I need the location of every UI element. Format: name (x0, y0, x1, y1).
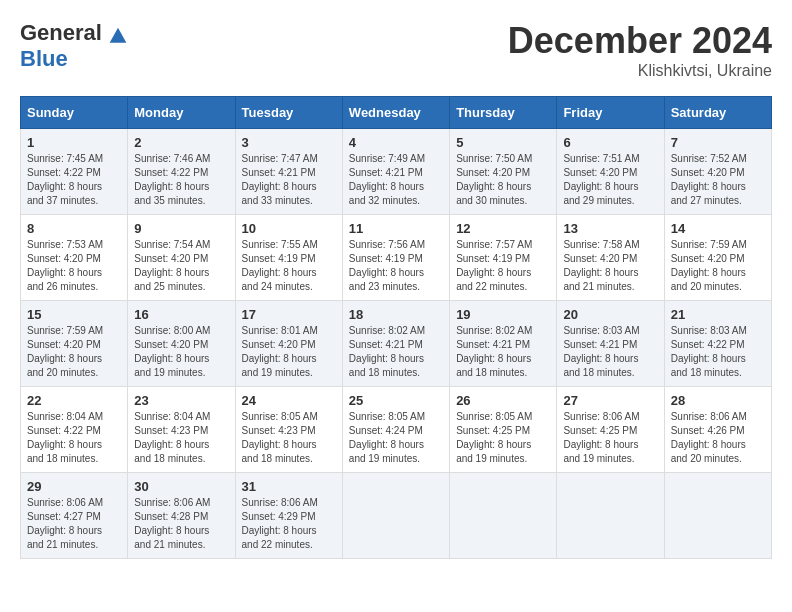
day-info: Sunrise: 8:06 AMSunset: 4:26 PMDaylight:… (671, 411, 747, 464)
logo-icon (108, 26, 128, 46)
calendar-header-row: Sunday Monday Tuesday Wednesday Thursday… (21, 97, 772, 129)
calendar-week-row: 15Sunrise: 7:59 AMSunset: 4:20 PMDayligh… (21, 301, 772, 387)
table-row: 26Sunrise: 8:05 AMSunset: 4:25 PMDayligh… (450, 387, 557, 473)
day-info: Sunrise: 8:01 AMSunset: 4:20 PMDaylight:… (242, 325, 318, 378)
table-row: 21Sunrise: 8:03 AMSunset: 4:22 PMDayligh… (664, 301, 771, 387)
table-row: 9Sunrise: 7:54 AMSunset: 4:20 PMDaylight… (128, 215, 235, 301)
day-info: Sunrise: 8:06 AMSunset: 4:25 PMDaylight:… (563, 411, 639, 464)
col-thursday: Thursday (450, 97, 557, 129)
logo-general-text: General (20, 20, 128, 46)
table-row: 19Sunrise: 8:02 AMSunset: 4:21 PMDayligh… (450, 301, 557, 387)
table-row: 12Sunrise: 7:57 AMSunset: 4:19 PMDayligh… (450, 215, 557, 301)
table-row: 28Sunrise: 8:06 AMSunset: 4:26 PMDayligh… (664, 387, 771, 473)
day-info: Sunrise: 8:06 AMSunset: 4:27 PMDaylight:… (27, 497, 103, 550)
col-friday: Friday (557, 97, 664, 129)
day-number: 9 (134, 221, 228, 236)
table-row: 17Sunrise: 8:01 AMSunset: 4:20 PMDayligh… (235, 301, 342, 387)
day-info: Sunrise: 7:53 AMSunset: 4:20 PMDaylight:… (27, 239, 103, 292)
table-row: 1Sunrise: 7:45 AMSunset: 4:22 PMDaylight… (21, 129, 128, 215)
day-info: Sunrise: 8:04 AMSunset: 4:23 PMDaylight:… (134, 411, 210, 464)
day-number: 30 (134, 479, 228, 494)
day-number: 18 (349, 307, 443, 322)
day-info: Sunrise: 7:50 AMSunset: 4:20 PMDaylight:… (456, 153, 532, 206)
day-info: Sunrise: 8:03 AMSunset: 4:22 PMDaylight:… (671, 325, 747, 378)
table-row: 30Sunrise: 8:06 AMSunset: 4:28 PMDayligh… (128, 473, 235, 559)
day-number: 13 (563, 221, 657, 236)
day-number: 21 (671, 307, 765, 322)
day-number: 24 (242, 393, 336, 408)
day-info: Sunrise: 7:45 AMSunset: 4:22 PMDaylight:… (27, 153, 103, 206)
day-number: 27 (563, 393, 657, 408)
table-row: 15Sunrise: 7:59 AMSunset: 4:20 PMDayligh… (21, 301, 128, 387)
day-number: 26 (456, 393, 550, 408)
day-number: 8 (27, 221, 121, 236)
day-info: Sunrise: 8:02 AMSunset: 4:21 PMDaylight:… (349, 325, 425, 378)
day-info: Sunrise: 8:05 AMSunset: 4:24 PMDaylight:… (349, 411, 425, 464)
day-number: 12 (456, 221, 550, 236)
day-info: Sunrise: 7:59 AMSunset: 4:20 PMDaylight:… (27, 325, 103, 378)
day-number: 4 (349, 135, 443, 150)
table-row: 23Sunrise: 8:04 AMSunset: 4:23 PMDayligh… (128, 387, 235, 473)
day-info: Sunrise: 7:58 AMSunset: 4:20 PMDaylight:… (563, 239, 639, 292)
day-info: Sunrise: 7:52 AMSunset: 4:20 PMDaylight:… (671, 153, 747, 206)
table-row: 16Sunrise: 8:00 AMSunset: 4:20 PMDayligh… (128, 301, 235, 387)
table-row: 29Sunrise: 8:06 AMSunset: 4:27 PMDayligh… (21, 473, 128, 559)
table-row: 7Sunrise: 7:52 AMSunset: 4:20 PMDaylight… (664, 129, 771, 215)
day-info: Sunrise: 8:00 AMSunset: 4:20 PMDaylight:… (134, 325, 210, 378)
day-info: Sunrise: 8:04 AMSunset: 4:22 PMDaylight:… (27, 411, 103, 464)
table-row: 5Sunrise: 7:50 AMSunset: 4:20 PMDaylight… (450, 129, 557, 215)
table-row (342, 473, 449, 559)
day-info: Sunrise: 8:06 AMSunset: 4:28 PMDaylight:… (134, 497, 210, 550)
day-info: Sunrise: 7:54 AMSunset: 4:20 PMDaylight:… (134, 239, 210, 292)
table-row (450, 473, 557, 559)
day-number: 15 (27, 307, 121, 322)
title-section: December 2024 Klishkivtsi, Ukraine (508, 20, 772, 80)
day-info: Sunrise: 7:51 AMSunset: 4:20 PMDaylight:… (563, 153, 639, 206)
subtitle: Klishkivtsi, Ukraine (508, 62, 772, 80)
table-row: 3Sunrise: 7:47 AMSunset: 4:21 PMDaylight… (235, 129, 342, 215)
page-header: General Blue December 2024 Klishkivtsi, … (20, 20, 772, 80)
table-row (557, 473, 664, 559)
col-sunday: Sunday (21, 97, 128, 129)
day-info: Sunrise: 8:02 AMSunset: 4:21 PMDaylight:… (456, 325, 532, 378)
day-info: Sunrise: 7:57 AMSunset: 4:19 PMDaylight:… (456, 239, 532, 292)
table-row: 14Sunrise: 7:59 AMSunset: 4:20 PMDayligh… (664, 215, 771, 301)
day-number: 7 (671, 135, 765, 150)
day-number: 16 (134, 307, 228, 322)
day-number: 10 (242, 221, 336, 236)
day-number: 6 (563, 135, 657, 150)
col-wednesday: Wednesday (342, 97, 449, 129)
table-row: 20Sunrise: 8:03 AMSunset: 4:21 PMDayligh… (557, 301, 664, 387)
table-row: 18Sunrise: 8:02 AMSunset: 4:21 PMDayligh… (342, 301, 449, 387)
day-number: 19 (456, 307, 550, 322)
day-info: Sunrise: 7:55 AMSunset: 4:19 PMDaylight:… (242, 239, 318, 292)
day-info: Sunrise: 7:47 AMSunset: 4:21 PMDaylight:… (242, 153, 318, 206)
day-number: 28 (671, 393, 765, 408)
day-info: Sunrise: 8:05 AMSunset: 4:23 PMDaylight:… (242, 411, 318, 464)
day-number: 22 (27, 393, 121, 408)
day-info: Sunrise: 7:56 AMSunset: 4:19 PMDaylight:… (349, 239, 425, 292)
day-info: Sunrise: 7:46 AMSunset: 4:22 PMDaylight:… (134, 153, 210, 206)
calendar-week-row: 29Sunrise: 8:06 AMSunset: 4:27 PMDayligh… (21, 473, 772, 559)
main-title: December 2024 (508, 20, 772, 62)
calendar-week-row: 1Sunrise: 7:45 AMSunset: 4:22 PMDaylight… (21, 129, 772, 215)
table-row: 27Sunrise: 8:06 AMSunset: 4:25 PMDayligh… (557, 387, 664, 473)
day-number: 3 (242, 135, 336, 150)
day-number: 23 (134, 393, 228, 408)
svg-marker-0 (110, 27, 127, 42)
day-info: Sunrise: 8:03 AMSunset: 4:21 PMDaylight:… (563, 325, 639, 378)
logo-blue-text: Blue (20, 46, 68, 71)
table-row: 31Sunrise: 8:06 AMSunset: 4:29 PMDayligh… (235, 473, 342, 559)
day-number: 20 (563, 307, 657, 322)
calendar-week-row: 8Sunrise: 7:53 AMSunset: 4:20 PMDaylight… (21, 215, 772, 301)
day-number: 11 (349, 221, 443, 236)
day-info: Sunrise: 8:05 AMSunset: 4:25 PMDaylight:… (456, 411, 532, 464)
table-row: 4Sunrise: 7:49 AMSunset: 4:21 PMDaylight… (342, 129, 449, 215)
calendar-table: Sunday Monday Tuesday Wednesday Thursday… (20, 96, 772, 559)
table-row (664, 473, 771, 559)
day-number: 2 (134, 135, 228, 150)
table-row: 11Sunrise: 7:56 AMSunset: 4:19 PMDayligh… (342, 215, 449, 301)
day-number: 5 (456, 135, 550, 150)
col-monday: Monday (128, 97, 235, 129)
col-tuesday: Tuesday (235, 97, 342, 129)
